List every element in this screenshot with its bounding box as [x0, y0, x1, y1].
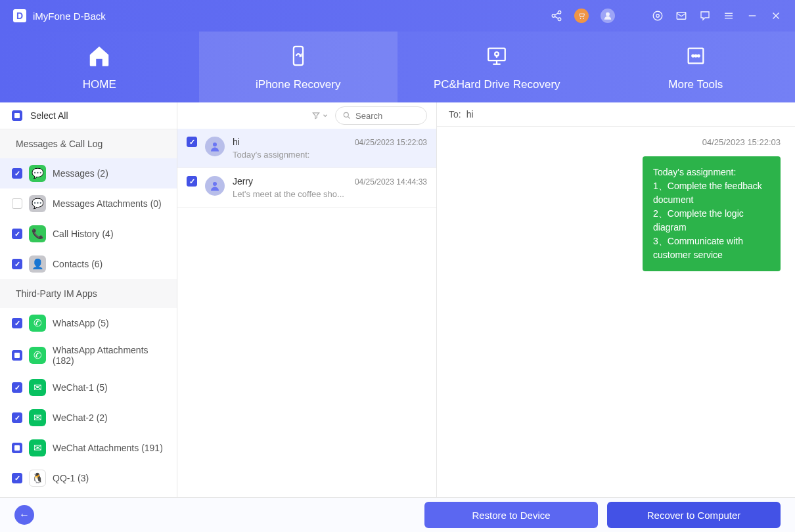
whatsapp-icon: ✆	[29, 347, 46, 364]
sidebar-item-messages-attachments[interactable]: 💬 Messages Attachments (0)	[0, 188, 177, 219]
sidebar-item-qq-2[interactable]: 🐧 QQ-2 (0)	[0, 493, 177, 497]
cart-icon[interactable]	[574, 9, 589, 23]
svg-point-6	[583, 18, 584, 19]
sidebar-item-messages[interactable]: 💬 Messages (2)	[0, 158, 177, 188]
tab-more-label: More Tools	[668, 78, 723, 91]
checkbox[interactable]	[12, 168, 22, 179]
search-icon	[342, 111, 352, 120]
sidebar-item-label: WeChat-1 (5)	[53, 382, 108, 393]
home-icon	[86, 43, 112, 69]
select-all-row[interactable]: Select All	[0, 102, 177, 129]
sidebar-item-label: WeChat-2 (2)	[53, 412, 108, 423]
minimize-icon[interactable]	[746, 10, 758, 22]
checkbox[interactable]	[12, 198, 22, 209]
mail-icon[interactable]	[675, 10, 687, 22]
tab-home[interactable]: HOME	[0, 32, 199, 102]
whatsapp-icon: ✆	[29, 315, 46, 332]
titlebar: D iMyFone D-Back	[0, 0, 795, 32]
checkbox[interactable]	[12, 382, 22, 393]
svg-point-2	[558, 18, 561, 21]
phone-icon: 📞	[29, 225, 46, 242]
sidebar-item-qq-1[interactable]: 🐧 QQ-1 (3)	[0, 463, 177, 493]
user-avatar-icon[interactable]	[601, 9, 615, 23]
contacts-icon: 👤	[29, 255, 46, 273]
settings-icon[interactable]	[652, 10, 664, 22]
sidebar-item-wechat-2[interactable]: ✉ WeChat-2 (2)	[0, 403, 177, 433]
message-pane: To: hi 04/25/2023 15:22:03 Today's assig…	[437, 102, 795, 497]
svg-point-8	[656, 14, 660, 18]
filter-icon[interactable]	[311, 111, 329, 120]
message-header: To: hi	[437, 102, 795, 127]
conversation-item[interactable]: hi 04/25/2023 15:22:03 Today's assignmen…	[177, 129, 436, 168]
conversation-item[interactable]: Jerry 04/25/2023 14:44:33 Let's meet at …	[177, 168, 436, 208]
checkbox[interactable]	[12, 473, 22, 483]
share-icon[interactable]	[551, 10, 562, 22]
wechat-icon: ✉	[29, 379, 46, 396]
checkbox[interactable]	[12, 412, 22, 423]
sidebar-item-label: Contacts (6)	[53, 259, 102, 269]
arrow-left-icon: ←	[19, 509, 30, 521]
back-button[interactable]: ←	[14, 505, 34, 525]
checkbox[interactable]	[12, 318, 22, 328]
sidebar: Select All Messages & Call Log 💬 Message…	[0, 102, 177, 497]
svg-point-29	[213, 143, 217, 146]
message-timestamp: 04/25/2023 15:22:03	[451, 137, 781, 147]
close-icon[interactable]	[770, 10, 782, 22]
tab-iphone-recovery[interactable]: iPhone Recovery	[199, 32, 398, 102]
qq-icon: 🐧	[29, 470, 46, 487]
tab-more-tools[interactable]: More Tools	[597, 32, 796, 102]
conversation-name: Jerry	[233, 176, 253, 187]
sidebar-item-wechat-attachments[interactable]: ✉ WeChat Attachments (191)	[0, 433, 177, 463]
svg-point-9	[653, 11, 662, 20]
checkbox[interactable]	[187, 176, 197, 187]
to-value: hi	[466, 109, 474, 120]
select-all-label: Select All	[30, 110, 68, 121]
svg-point-0	[558, 11, 561, 14]
sidebar-item-whatsapp[interactable]: ✆ WhatsApp (5)	[0, 308, 177, 338]
wechat-icon: ✉	[29, 409, 46, 426]
section-thirdparty-im: Third-Party IM Apps	[0, 279, 177, 308]
feedback-icon[interactable]	[699, 10, 711, 22]
svg-line-4	[555, 16, 558, 18]
checkbox[interactable]	[12, 229, 22, 239]
avatar-icon	[205, 137, 225, 156]
tab-iphone-label: iPhone Recovery	[256, 78, 340, 91]
svg-rect-18	[489, 49, 506, 60]
checkbox[interactable]	[12, 350, 22, 361]
footer: ← Restore to Device Recover to Computer	[0, 498, 795, 532]
select-all-checkbox[interactable]	[12, 110, 22, 121]
conversation-name: hi	[233, 137, 240, 147]
conversation-toolbar	[177, 102, 436, 129]
svg-line-3	[555, 13, 558, 15]
search-input[interactable]	[355, 111, 415, 121]
recover-to-computer-button[interactable]: Recover to Computer	[607, 502, 781, 528]
svg-point-25	[694, 55, 696, 57]
sidebar-item-label: WhatsApp Attachments (182)	[53, 345, 165, 366]
sidebar-item-label: QQ-1 (3)	[53, 473, 89, 483]
messages-icon: 💬	[29, 165, 46, 182]
monitor-icon	[484, 43, 510, 69]
main-content: Select All Messages & Call Log 💬 Message…	[0, 102, 795, 498]
svg-point-27	[344, 112, 348, 117]
section-messages-calllog: Messages & Call Log	[0, 129, 177, 158]
checkbox[interactable]	[12, 443, 22, 453]
conversation-preview: Let's meet at the coffee sho...	[233, 189, 427, 199]
to-label: To:	[449, 109, 461, 120]
sidebar-item-call-history[interactable]: 📞 Call History (4)	[0, 219, 177, 249]
svg-point-5	[580, 18, 581, 19]
menu-icon[interactable]	[723, 10, 735, 22]
checkbox[interactable]	[187, 137, 197, 147]
message-body: 04/25/2023 15:22:03 Today's assignment: …	[437, 127, 795, 497]
sidebar-item-label: Messages Attachments (0)	[53, 198, 162, 209]
tab-pc-recovery[interactable]: PC&Hard Drive Recovery	[398, 32, 597, 102]
checkbox[interactable]	[12, 259, 22, 269]
sidebar-item-contacts[interactable]: 👤 Contacts (6)	[0, 249, 177, 279]
restore-to-device-button[interactable]: Restore to Device	[424, 502, 598, 528]
sidebar-item-whatsapp-attachments[interactable]: ✆ WhatsApp Attachments (182)	[0, 338, 177, 372]
sidebar-item-wechat-1[interactable]: ✉ WeChat-1 (5)	[0, 372, 177, 403]
titlebar-actions	[551, 9, 782, 23]
search-box[interactable]	[335, 106, 427, 125]
tab-home-label: HOME	[83, 78, 116, 91]
svg-line-28	[348, 117, 350, 119]
wechat-icon: ✉	[29, 439, 46, 456]
